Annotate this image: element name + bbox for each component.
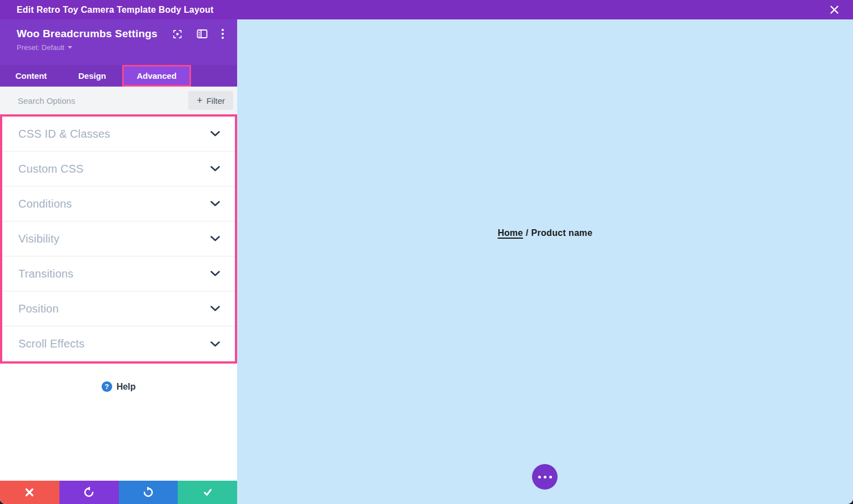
panel-layout-icon[interactable]: [197, 29, 208, 39]
chevron-down-icon: [68, 46, 72, 49]
ellipsis-icon: [538, 476, 541, 478]
breadcrumb-home-link[interactable]: Home: [498, 228, 523, 238]
discard-button[interactable]: [0, 481, 59, 504]
accordion-item-label: Visibility: [18, 233, 59, 245]
accordion-item-position[interactable]: Position: [2, 291, 235, 326]
chevron-down-icon: [210, 306, 220, 311]
focus-preview-icon[interactable]: [172, 29, 183, 39]
chevron-down-icon: [210, 201, 220, 206]
accordion-item-label: Custom CSS: [18, 163, 84, 175]
module-options-fab[interactable]: [532, 464, 558, 490]
settings-panel: Woo Breadcrumbs Settings: [0, 19, 237, 504]
divi-builder-window: Edit Retro Toy Camera Template Body Layo…: [0, 0, 853, 504]
undo-icon: [83, 487, 94, 498]
settings-tabs: Content Design Advanced: [0, 65, 237, 87]
settings-footer: [0, 481, 237, 504]
tab-content[interactable]: Content: [0, 65, 62, 87]
plus-icon: +: [197, 95, 203, 105]
chevron-down-icon: [210, 131, 220, 137]
accordion-item-scroll-effects[interactable]: Scroll Effects: [2, 326, 235, 361]
accordion-item-label: Transitions: [18, 268, 73, 280]
tab-design[interactable]: Design: [62, 65, 122, 87]
chevron-down-icon: [210, 236, 220, 241]
help-link[interactable]: ? Help: [0, 381, 237, 392]
breadcrumb: Home/Product name: [237, 228, 853, 238]
page-title: Edit Retro Toy Camera Template Body Layo…: [17, 5, 214, 15]
accordion-item-label: CSS ID & Classes: [18, 128, 110, 140]
preview-canvas: Home/Product name: [237, 19, 853, 504]
advanced-options-accordion: CSS ID & Classes Custom CSS Conditions: [0, 114, 237, 364]
chevron-down-icon: [210, 166, 220, 172]
panel-title: Woo Breadcrumbs Settings: [17, 28, 158, 40]
tab-advanced[interactable]: Advanced: [122, 65, 191, 87]
check-icon: [203, 487, 213, 497]
breadcrumb-separator: /: [526, 228, 529, 238]
accordion-item-label: Scroll Effects: [18, 337, 84, 350]
accordion-item-custom-css[interactable]: Custom CSS: [2, 152, 235, 187]
preset-dropdown[interactable]: Preset: Default: [17, 43, 72, 52]
accordion-item-label: Position: [18, 303, 59, 315]
undo-button[interactable]: [59, 481, 119, 504]
top-bar: Edit Retro Toy Camera Template Body Layo…: [0, 0, 853, 19]
search-input[interactable]: [18, 96, 188, 105]
redo-button[interactable]: [119, 481, 178, 504]
preset-label: Preset: Default: [17, 43, 64, 52]
chevron-down-icon: [210, 271, 220, 276]
kebab-menu-icon[interactable]: [222, 29, 224, 39]
chevron-down-icon: [210, 341, 220, 347]
breadcrumb-current: Product name: [531, 228, 593, 238]
filter-button[interactable]: + Filter: [188, 91, 233, 110]
close-icon: [25, 488, 34, 497]
help-icon: ?: [102, 381, 112, 392]
redo-icon: [143, 487, 154, 498]
accordion-item-visibility[interactable]: Visibility: [2, 221, 235, 256]
accordion-item-label: Conditions: [18, 198, 72, 210]
filter-label: Filter: [207, 96, 225, 105]
accordion-item-css-id-classes[interactable]: CSS ID & Classes: [2, 117, 235, 152]
settings-header: Woo Breadcrumbs Settings: [0, 19, 237, 65]
close-icon[interactable]: [824, 0, 844, 19]
accordion-item-transitions[interactable]: Transitions: [2, 256, 235, 291]
search-options-bar: + Filter: [0, 87, 237, 114]
accordion-item-conditions[interactable]: Conditions: [2, 187, 235, 221]
save-button[interactable]: [178, 481, 237, 504]
help-label: Help: [117, 382, 136, 392]
